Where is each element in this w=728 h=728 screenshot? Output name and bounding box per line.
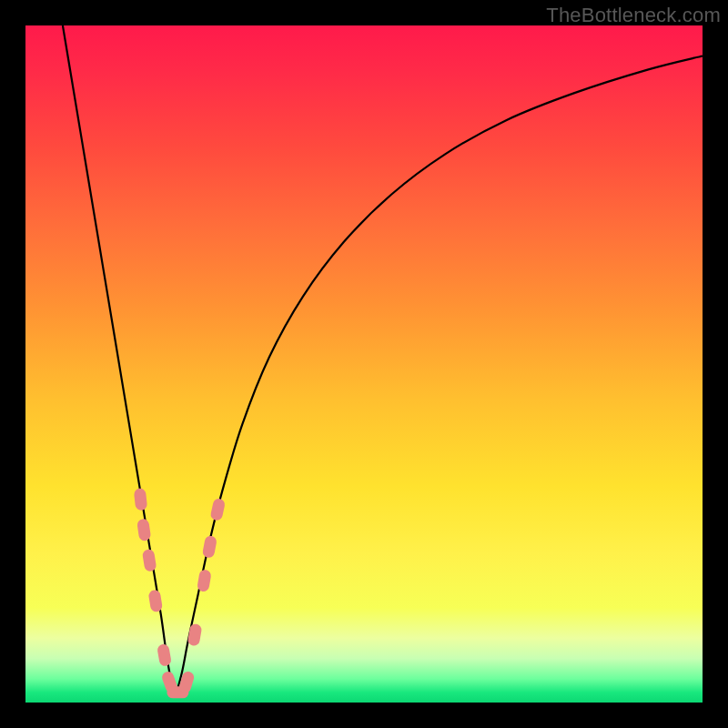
valley-marker [134, 488, 148, 511]
valley-marker [209, 498, 226, 521]
valley-marker [136, 518, 151, 541]
valley-marker [197, 569, 212, 592]
plot-frame [25, 25, 703, 703]
valley-marker [142, 549, 157, 572]
valley-marker [202, 535, 217, 559]
plot-svg [25, 25, 703, 703]
watermark-text: TheBottleneck.com [546, 4, 721, 27]
valley-marker [187, 623, 203, 647]
valley-marker [148, 590, 164, 613]
valley-marker [157, 643, 172, 667]
valley-markers [134, 488, 227, 698]
